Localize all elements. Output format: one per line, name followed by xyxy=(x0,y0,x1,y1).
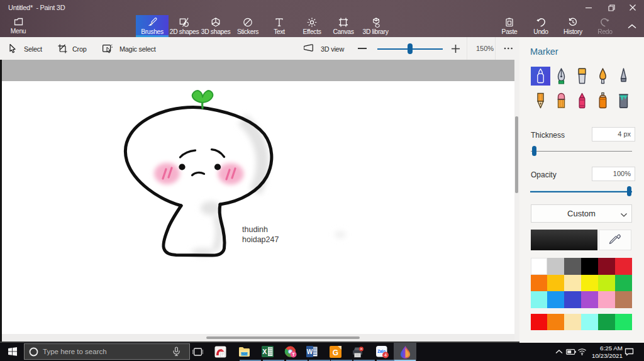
svg-text:4: 4 xyxy=(384,352,387,358)
svg-text:T: T xyxy=(292,352,295,357)
svg-text:X: X xyxy=(262,348,267,355)
svg-text:thudinh: thudinh xyxy=(242,225,268,234)
svg-text:W: W xyxy=(307,348,313,355)
svg-text:hoidap247: hoidap247 xyxy=(242,235,279,244)
svg-text:G: G xyxy=(333,348,338,357)
